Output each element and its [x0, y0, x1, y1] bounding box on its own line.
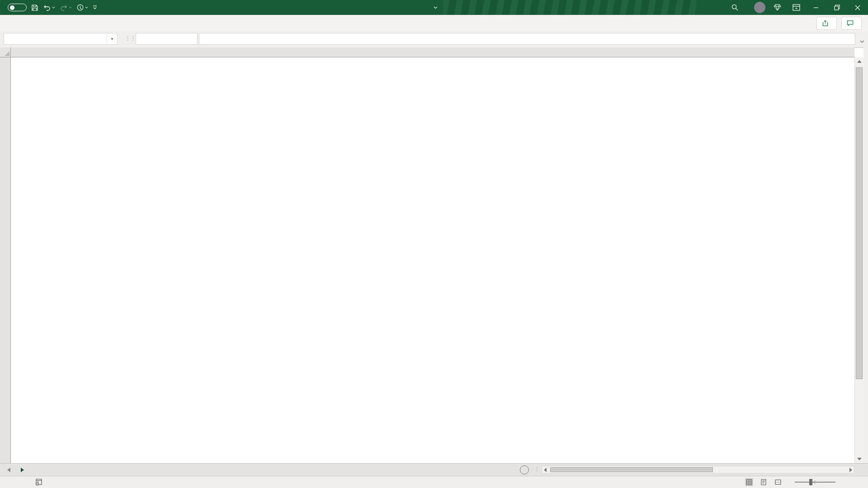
vertical-scrollbar-thumb[interactable]: [856, 67, 863, 379]
zoom-slider[interactable]: [795, 482, 835, 483]
macro-record-icon[interactable]: [35, 479, 42, 488]
scroll-left-icon[interactable]: [544, 468, 547, 472]
column-headers: [0, 47, 854, 57]
scroll-right-icon[interactable]: [849, 468, 852, 472]
select-all-corner[interactable]: [0, 47, 11, 57]
normal-view-button[interactable]: [745, 478, 753, 486]
sheet-grid: [0, 0, 868, 488]
new-sheet-button[interactable]: [520, 465, 529, 474]
page-break-view-button[interactable]: [774, 478, 782, 486]
page-break-view-icon: [775, 479, 781, 485]
horizontal-scrollbar[interactable]: [542, 466, 854, 474]
tabbar-splitter-handle[interactable]: ⋮: [534, 466, 540, 472]
zoom-slider-tick: [815, 480, 815, 484]
sheet-nav-left-icon[interactable]: [7, 468, 10, 472]
scroll-up-icon[interactable]: [855, 57, 864, 66]
page-layout-view-button[interactable]: [760, 478, 768, 486]
vertical-scrollbar[interactable]: [854, 57, 863, 463]
sheet-nav-right-icon[interactable]: [21, 468, 24, 472]
scroll-down-icon[interactable]: [855, 455, 864, 463]
status-bar: [0, 476, 868, 488]
excel-window: ▼ ⋮⋮ ⋮: [0, 0, 868, 488]
row-headers: [0, 57, 11, 463]
zoom-slider-thumb[interactable]: [809, 479, 812, 485]
sheet-tab-bar: ⋮: [0, 463, 868, 476]
page-layout-view-icon: [760, 479, 767, 485]
horizontal-scrollbar-thumb[interactable]: [550, 467, 713, 472]
normal-view-icon: [746, 479, 752, 485]
window-edge: [863, 47, 868, 463]
